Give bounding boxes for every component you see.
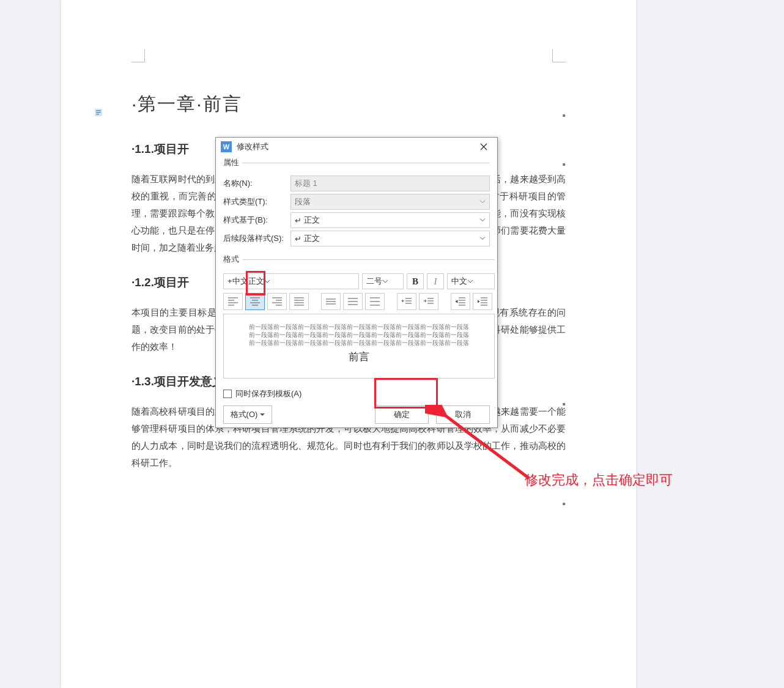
annotation-highlight-ok (374, 378, 438, 409)
format-legend: 格式 (223, 254, 243, 265)
chevron-down-icon (479, 198, 486, 207)
svg-rect-1 (96, 110, 101, 111)
annotation-arrow (425, 405, 541, 490)
language-select[interactable]: 中文 (447, 273, 495, 289)
line-spacing-icon (326, 297, 336, 306)
align-center-icon (250, 297, 260, 306)
align-left-icon (228, 297, 238, 306)
align-left-button[interactable] (223, 293, 243, 310)
increase-indent-icon (478, 297, 487, 306)
annotation-highlight-align (246, 271, 265, 295)
italic-button[interactable]: I (427, 273, 444, 289)
page-corner-tr (552, 49, 566, 62)
chevron-down-icon (479, 234, 486, 243)
decrease-indent-icon (456, 297, 465, 306)
font-size-select[interactable]: 二号 (362, 273, 404, 289)
based-on-label: 样式基于(B): (223, 215, 290, 226)
indent-decrease-icon (402, 297, 412, 306)
based-on-select[interactable]: ↵正文 (290, 212, 490, 228)
annotation-text: 修改完成，点击确定即可 (525, 471, 673, 489)
paragraph-mark: ▪ (562, 110, 566, 121)
align-right-button[interactable] (267, 293, 287, 310)
paragraph-mark: ▪ (562, 159, 566, 170)
close-icon (480, 143, 487, 150)
increase-indent-button[interactable] (473, 293, 492, 310)
align-justify-icon (294, 297, 304, 306)
close-button[interactable] (475, 140, 492, 154)
indent-increase-icon (424, 297, 434, 306)
name-input[interactable]: 标题 1 (290, 176, 490, 191)
app-icon: W (221, 141, 232, 152)
style-preview: 前一段落前一段落前一段落前一段落前一段落前一段落前一段落前一段落前一段落 前一段… (223, 314, 495, 379)
align-right-icon (272, 297, 282, 306)
indent-increase-para-button[interactable] (419, 293, 438, 310)
svg-line-4 (443, 414, 529, 478)
paragraph-mark: ▪ (562, 498, 566, 509)
save-to-template-checkbox[interactable] (223, 390, 232, 398)
outline-marker (95, 109, 113, 119)
chevron-down-icon (479, 216, 486, 225)
page-corner-tl (131, 49, 145, 62)
indent-decrease-para-button[interactable] (397, 293, 416, 310)
line-spacing-loose-button[interactable] (365, 293, 385, 310)
style-type-select: 段落 (290, 194, 490, 210)
format-dropdown-button[interactable]: 格式(O) (223, 405, 272, 424)
style-type-label: 样式类型(T): (223, 196, 290, 207)
line-spacing-icon (348, 297, 358, 306)
bold-button[interactable]: B (407, 273, 424, 289)
next-style-select[interactable]: ↵正文 (290, 231, 490, 246)
svg-rect-2 (96, 112, 101, 113)
line-spacing-normal-button[interactable] (343, 293, 363, 310)
next-style-label: 后续段落样式(S): (223, 233, 290, 244)
properties-legend: 属性 (223, 157, 243, 168)
chevron-down-icon (260, 412, 265, 417)
paragraph-mark: ▪ (562, 399, 566, 410)
save-to-template-label: 同时保存到模板(A) (235, 388, 301, 399)
line-spacing-tight-button[interactable] (321, 293, 341, 310)
chapter-heading[interactable]: ·第一章·前言 (131, 92, 566, 117)
dialog-title: 修改样式 (237, 141, 268, 152)
dialog-titlebar[interactable]: W 修改样式 (216, 138, 497, 156)
svg-rect-3 (96, 114, 99, 115)
name-label: 名称(N): (223, 178, 290, 189)
align-justify-button[interactable] (289, 293, 309, 310)
line-spacing-icon (370, 297, 380, 306)
decrease-indent-button[interactable] (451, 293, 470, 310)
font-select[interactable]: +中文正文 (223, 273, 359, 289)
properties-group: 属性 名称(N): 标题 1 样式类型(T): 段落 样式基于(B): ↵正文 … (223, 157, 490, 251)
align-center-button[interactable] (245, 293, 265, 310)
